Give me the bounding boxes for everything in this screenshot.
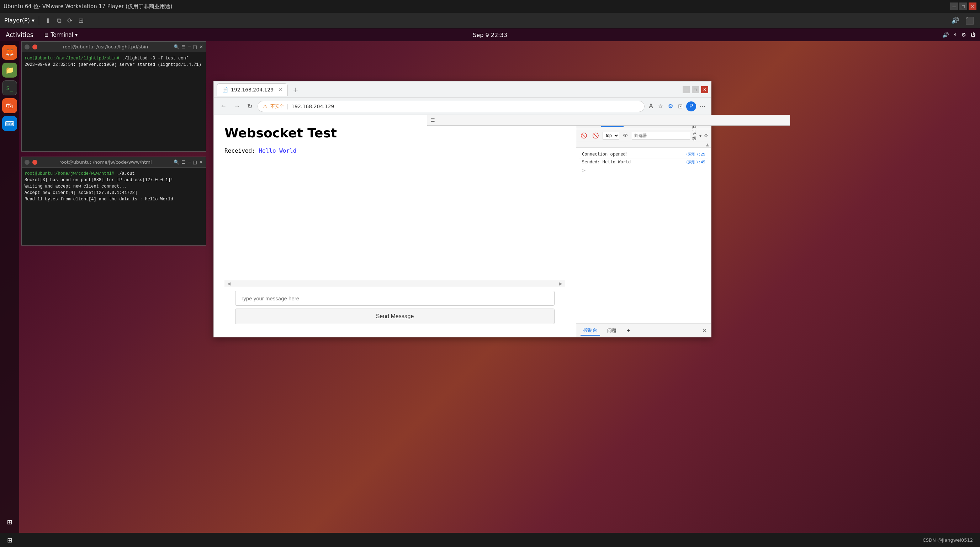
devtools-level-settings[interactable]: ▾ <box>699 133 702 139</box>
split-view-button[interactable]: ⊡ <box>676 101 684 111</box>
devtools-footer: 控制台 问题 + ✕ <box>576 324 711 337</box>
terminal-top-titlebar: root@ubuntu: /usr/local/lighttpd/sbin 🔍 … <box>22 41 206 52</box>
terminal-menu[interactable]: 🖥 Terminal ▾ <box>39 32 82 38</box>
devtools-scroll-top: ▲ <box>576 142 711 148</box>
speaker-icon[interactable]: 🔊 <box>950 15 961 26</box>
browser-maximize-button[interactable]: □ <box>692 86 699 93</box>
devtools-filter-input[interactable] <box>632 132 690 139</box>
terminal-bottom-maximize-icon[interactable]: □ <box>193 159 197 165</box>
terminal-bottom-line-3: Waiting and accept new client connect... <box>25 183 203 190</box>
terminal-top-close-icon[interactable]: ✕ <box>199 44 203 49</box>
address-separator: | <box>287 104 289 109</box>
more-menu-button[interactable]: ⋯ <box>698 101 707 111</box>
browser-titlebar: 📄 192.168.204.129 ✕ + ─ □ ✕ <box>214 81 711 98</box>
devtools-footer-close-button[interactable]: ✕ <box>702 327 707 334</box>
terminal-bottom-close-dot[interactable] <box>32 160 37 165</box>
terminal-bottom-menu-icon[interactable]: ☰ <box>181 159 186 165</box>
tab-close-button[interactable]: ✕ <box>278 87 282 92</box>
back-button[interactable]: ← <box>218 101 229 112</box>
devtools-clear-icon[interactable]: 🚫 <box>579 132 589 139</box>
fullscreen-icon[interactable]: ⬛ <box>964 15 976 26</box>
grid-icon[interactable]: ⊞ <box>77 15 85 26</box>
browser-tab-active[interactable]: 📄 192.168.204.129 ✕ <box>216 83 288 96</box>
dock-software[interactable]: 🛍 <box>2 98 17 113</box>
devtools-footer-add-tab[interactable]: + <box>624 326 633 335</box>
terminal-bottom-minimize-icon[interactable]: ─ <box>188 159 191 165</box>
extensions-button[interactable]: ⚙ <box>667 101 675 111</box>
terminal-bottom-line-4: Accept new client[4] socket[127.0.0.1:41… <box>25 190 203 196</box>
volume-icon[interactable]: 🔊 <box>942 32 949 38</box>
received-label: Received: <box>224 147 255 154</box>
terminal-top-window: root@ubuntu: /usr/local/lighttpd/sbin 🔍 … <box>21 41 206 152</box>
dock-firefox[interactable]: 🦊 <box>2 45 17 60</box>
vmware-window-controls: ─ □ ✕ <box>950 3 977 10</box>
ubuntu-status-icons: 🔊 ⚡ ⚙ ⏻ <box>942 32 980 38</box>
security-icon: ⚠ <box>263 104 267 109</box>
translate-button[interactable]: A <box>648 101 654 112</box>
expand-arrow-icon[interactable]: > <box>582 167 586 173</box>
browser-minimize-button[interactable]: ─ <box>682 86 690 93</box>
terminal-top-close[interactable] <box>32 45 37 49</box>
dock-apps[interactable]: ⊞ <box>2 514 17 529</box>
devtools-footer-console-tab[interactable]: 控制台 <box>581 325 600 336</box>
dock-files[interactable]: 📁 <box>2 63 17 78</box>
system-clock[interactable]: Sep 9 22:33 <box>473 32 507 38</box>
reload-button[interactable]: ↻ <box>245 101 255 112</box>
send-message-button[interactable]: Send Message <box>235 309 555 324</box>
dock-terminal[interactable]: $_ <box>2 80 17 96</box>
devtools-context-select[interactable]: top <box>603 132 619 139</box>
forward-button[interactable]: → <box>232 101 242 112</box>
devtools-filter-icon[interactable]: 🚫 <box>591 132 600 139</box>
page-spacer <box>224 161 565 280</box>
terminal-bottom-line-5: Read 11 bytes from client[4] and the dat… <box>25 196 203 203</box>
vmware-maximize-button[interactable]: □ <box>959 3 967 10</box>
activities-button[interactable]: Activities <box>0 31 39 38</box>
address-bar[interactable]: ⚠ 不安全 | 192.168.204.129 <box>258 101 644 112</box>
terminal-top-minimize-icon[interactable]: ─ <box>188 44 191 49</box>
devtools-log-arrow: > <box>579 166 708 174</box>
vmware-close-button[interactable]: ✕ <box>969 3 977 10</box>
vmware-minimize-button[interactable]: ─ <box>950 3 958 10</box>
toolbar-separator <box>39 16 39 25</box>
scroll-left-arrow[interactable]: ◀ <box>227 281 231 286</box>
terminal-top-line-2: 2023-09-09 22:32:54: (server.c:1969) ser… <box>25 62 203 68</box>
ubuntu-topbar: Activities 🖥 Terminal ▾ Sep 9 22:33 🔊 ⚡ … <box>0 29 980 41</box>
new-tab-button[interactable]: + <box>290 85 302 94</box>
browser-window: 📄 192.168.204.129 ✕ + ─ □ ✕ ← → ↻ ⚠ 不安全 … <box>213 81 711 337</box>
tab-title: 192.168.204.129 <box>231 87 274 92</box>
terminal-bottom-title: root@ubuntu: /home/jw/code/www/html <box>40 159 171 165</box>
power-icon[interactable]: ⏻ <box>970 32 976 38</box>
devtools-footer-issues-tab[interactable]: 问题 <box>605 326 619 335</box>
message-input[interactable] <box>235 291 555 306</box>
terminal-bottom-line-1: root@ubuntu:/home/jw/code/www/html# ./a.… <box>25 171 203 177</box>
terminal-bottom-search-icon[interactable]: 🔍 <box>173 159 179 165</box>
player-menu[interactable]: Player(P) ▾ <box>4 17 35 24</box>
devtools-toggle-button[interactable]: ☰ <box>430 116 436 124</box>
devtools-topbar-left: ☰ <box>427 115 711 126</box>
terminal-top-search-icon[interactable]: 🔍 <box>173 44 179 49</box>
battery-icon[interactable]: ⚡ <box>953 32 957 38</box>
log-sended-source[interactable]: (索引):45 <box>686 159 705 165</box>
vm-icon[interactable]: ⧉ <box>56 15 63 26</box>
refresh-icon[interactable]: ⟳ <box>66 15 74 26</box>
bookmark-button[interactable]: ☆ <box>657 101 665 111</box>
terminal-bottom-pin[interactable] <box>25 160 30 165</box>
terminal-bottom-close-icon[interactable]: ✕ <box>199 159 203 165</box>
scroll-right-arrow[interactable]: ▶ <box>559 281 562 286</box>
browser-close-button[interactable]: ✕ <box>701 86 708 93</box>
devtools-scroll-up[interactable]: ▲ <box>706 142 709 147</box>
terminal-bottom-titlebar: root@ubuntu: /home/jw/code/www/html 🔍 ☰ … <box>22 157 206 167</box>
pause-icon[interactable]: ⏸ <box>43 15 52 26</box>
terminal-top-pin[interactable] <box>25 45 30 49</box>
terminal-top-menu-icon[interactable]: ☰ <box>181 44 186 49</box>
devtools-gear-icon[interactable]: ⚙ <box>703 133 708 139</box>
terminal-top-maximize-icon[interactable]: □ <box>193 44 197 49</box>
settings-icon[interactable]: ⚙ <box>961 32 966 38</box>
log-connection-source[interactable]: (索引):29 <box>686 152 705 157</box>
devtools-eye-icon[interactable]: 👁 <box>621 132 630 139</box>
user-profile-button[interactable]: P <box>686 101 696 112</box>
taskbar-apps-grid[interactable]: ⊞ <box>7 536 13 544</box>
dock-vscode[interactable]: ⌨ <box>2 116 17 131</box>
browser-page: Websocket Test Received: Hello World ◀ ▶… <box>214 115 576 337</box>
vmware-title: Ubuntu 64 位- VMware Workstation 17 Playe… <box>3 3 172 10</box>
